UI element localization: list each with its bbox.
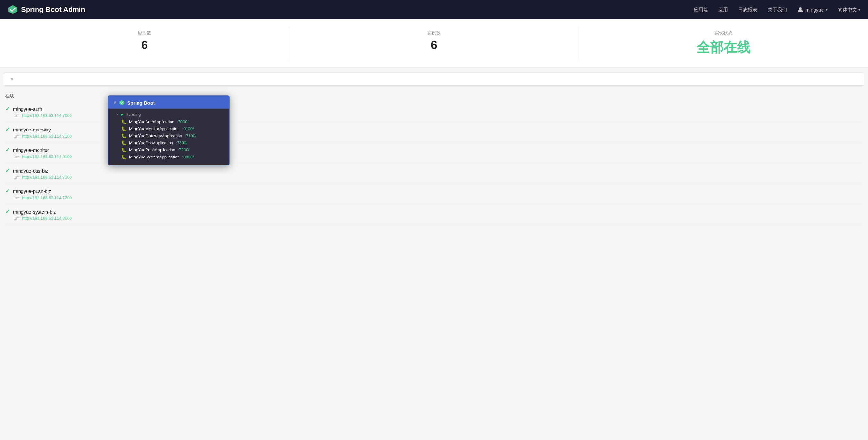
- tooltip-item-name-5: MingYueSystemApplication: [129, 154, 180, 159]
- app-meta: 1m http://192.168.63.114:7200: [5, 195, 863, 200]
- check-icon: ✓: [5, 208, 10, 215]
- stat-instance-status: 实例状态 全部在线: [579, 27, 868, 60]
- app-time: 1m: [14, 216, 20, 221]
- app-meta: 1m http://192.168.63.114:8000: [5, 216, 863, 221]
- tooltip-header: ∨ Spring Boot: [108, 96, 229, 109]
- tooltip-item-name-2: MingYueGatewayApplication: [129, 134, 182, 138]
- tooltip-item-name-1: MingYueMonitorApplication: [129, 126, 180, 131]
- tooltip-item[interactable]: 🐛 MingYueGatewayApplication :7100/: [116, 132, 224, 139]
- svg-marker-0: [8, 5, 17, 14]
- bug-icon-0: 🐛: [121, 119, 127, 124]
- filter-input[interactable]: [18, 77, 859, 82]
- app-url[interactable]: http://192.168.63.114:7100: [22, 134, 72, 139]
- list-item[interactable]: ✓ mingyue-system-biz 1m http://192.168.6…: [5, 204, 863, 225]
- tooltip-item-port-2: :7100/: [185, 134, 196, 138]
- bug-icon-5: 🐛: [121, 154, 127, 159]
- filter-icon: ▼: [9, 76, 14, 82]
- navbar-links: 应用墙 应用 日志报表 关于我们 mingyue ▾ 简体中文 ▾: [694, 6, 860, 13]
- check-icon: ✓: [5, 126, 10, 133]
- tooltip-item[interactable]: 🐛 MingYueAuthApplication :7000/: [116, 118, 224, 125]
- check-icon: ✓: [5, 147, 10, 154]
- navbar-lang[interactable]: 简体中文 ▾: [838, 7, 860, 13]
- nav-logs[interactable]: 日志报表: [738, 7, 757, 13]
- bug-icon-3: 🐛: [121, 140, 127, 145]
- nav-about[interactable]: 关于我们: [768, 7, 787, 13]
- check-icon: ✓: [5, 106, 10, 113]
- stat-instance-count-value: 6: [431, 38, 437, 52]
- app-name: mingyue-push-biz: [13, 188, 51, 194]
- tooltip-item-name-4: MingYuePushApplication: [129, 148, 175, 152]
- navbar-logo: Spring Boot Admin: [8, 4, 85, 15]
- bug-icon-4: 🐛: [121, 147, 127, 152]
- app-name: mingyue-oss-biz: [13, 168, 48, 174]
- tooltip-section-header: ∨ ▶ Running: [116, 112, 224, 117]
- chevron-right-icon: ∨: [116, 112, 119, 116]
- nav-apps[interactable]: 应用: [718, 7, 728, 13]
- tooltip-popup: ∨ Spring Boot ∨ ▶ Running 🐛 MingYueAuthA…: [108, 95, 229, 166]
- user-name: mingyue: [806, 7, 824, 12]
- app-item-top: ✓ mingyue-push-biz: [5, 187, 863, 195]
- chevron-down-icon: ∨: [114, 100, 116, 105]
- list-item[interactable]: ✓ mingyue-push-biz 1m http://192.168.63.…: [5, 184, 863, 204]
- user-icon: [797, 6, 804, 13]
- tooltip-item[interactable]: 🐛 MingYueMonitorApplication :9100/: [116, 125, 224, 132]
- nav-app-wall[interactable]: 应用墙: [694, 7, 708, 13]
- springboot-icon: [119, 100, 125, 106]
- tooltip-item-name-0: MingYueAuthApplication: [129, 119, 174, 124]
- tooltip-item-name-3: MingYueOssApplication: [129, 141, 173, 145]
- app-url[interactable]: http://192.168.63.114:7200: [22, 195, 72, 200]
- logo-icon: [8, 4, 18, 15]
- navbar-user[interactable]: mingyue ▾: [797, 6, 828, 13]
- check-icon: ✓: [5, 167, 10, 174]
- tooltip-item-port-4: :7200/: [178, 148, 189, 152]
- app-meta: 1m http://192.168.63.114:7300: [5, 175, 863, 180]
- tooltip-item-port-5: :8000/: [182, 154, 194, 159]
- lang-chevron-icon: ▾: [858, 7, 860, 12]
- tooltip-section: ∨ ▶ Running 🐛 MingYueAuthApplication :70…: [108, 111, 229, 161]
- app-time: 1m: [14, 175, 20, 180]
- lang-label: 简体中文: [838, 7, 857, 13]
- app-item-top: ✓ mingyue-oss-biz: [5, 167, 863, 174]
- app-url[interactable]: http://192.168.63.114:7000: [22, 113, 72, 118]
- navbar: Spring Boot Admin 应用墙 应用 日志报表 关于我们 mingy…: [0, 0, 868, 19]
- stats-row: 应用数 6 实例数 6 实例状态 全部在线: [0, 19, 868, 68]
- stat-instance-status-value: 全部在线: [696, 38, 750, 56]
- app-title: Spring Boot Admin: [21, 5, 85, 14]
- stat-app-count-value: 6: [142, 38, 148, 52]
- list-item[interactable]: ✓ mingyue-oss-biz 1m http://192.168.63.1…: [5, 163, 863, 184]
- app-time: 1m: [14, 114, 20, 118]
- tooltip-section-running: Running: [125, 112, 141, 117]
- tooltip-item-port-0: :7000/: [177, 119, 188, 124]
- app-list: ✓ mingyue-auth 1m http://192.168.63.114:…: [0, 102, 868, 225]
- app-name: mingyue-system-biz: [13, 209, 56, 214]
- svg-marker-2: [119, 100, 124, 105]
- stat-app-count: 应用数 6: [0, 27, 289, 60]
- app-url[interactable]: http://192.168.63.114:8000: [22, 216, 72, 221]
- tooltip-title: Spring Boot: [127, 100, 155, 106]
- check-icon: ✓: [5, 187, 10, 195]
- stat-app-count-label: 应用数: [138, 30, 151, 36]
- user-chevron-icon: ▾: [826, 7, 828, 12]
- list-item[interactable]: ✓ mingyue-auth 1m http://192.168.63.114:…: [5, 102, 863, 122]
- tooltip-item[interactable]: 🐛 MingYuePushApplication :7200/: [116, 146, 224, 153]
- filter-bar: ▼: [4, 73, 864, 86]
- stat-instance-count-label: 实例数: [427, 30, 441, 36]
- stat-instance-status-label: 实例状态: [714, 30, 733, 36]
- app-item-top: ✓ mingyue-system-biz: [5, 208, 863, 215]
- app-time: 1m: [14, 154, 20, 159]
- tooltip-item-port-1: :9100/: [182, 126, 194, 131]
- tooltip-item-port-3: :7300/: [176, 141, 187, 145]
- app-name: mingyue-auth: [13, 107, 42, 112]
- app-name: mingyue-monitor: [13, 148, 49, 153]
- app-time: 1m: [14, 196, 20, 200]
- tooltip-item[interactable]: 🐛 MingYueOssApplication :7300/: [116, 139, 224, 146]
- stat-instance-count: 实例数 6: [289, 27, 579, 60]
- app-url[interactable]: http://192.168.63.114:7300: [22, 175, 72, 180]
- play-icon: ▶: [121, 112, 123, 117]
- tooltip-item[interactable]: 🐛 MingYueSystemApplication :8000/: [116, 153, 224, 160]
- bug-icon-2: 🐛: [121, 133, 127, 138]
- svg-point-1: [799, 7, 802, 10]
- app-name: mingyue-gateway: [13, 127, 51, 133]
- app-url[interactable]: http://192.168.63.114:9100: [22, 154, 72, 159]
- app-time: 1m: [14, 134, 20, 139]
